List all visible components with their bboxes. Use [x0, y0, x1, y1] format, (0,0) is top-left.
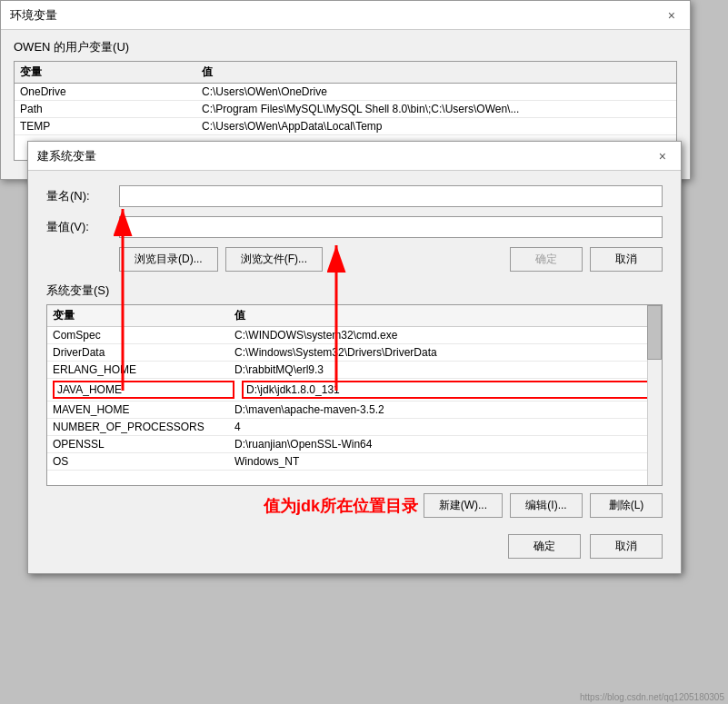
val-cell: C:\Windows\System32\Drivers\DriverData	[234, 346, 656, 359]
env-window-title: 环境变量	[10, 7, 57, 24]
var-cell: ComSpec	[53, 329, 234, 342]
sys-section-label: 系统变量(S)	[46, 283, 663, 299]
sys-header-var: 变量	[53, 308, 234, 323]
name-label: 量名(N):	[46, 188, 119, 204]
val-cell: Windows_NT	[234, 455, 656, 468]
java-home-var-cell: JAVA_HOME	[53, 381, 234, 399]
sys-var-dialog-close[interactable]: ×	[653, 147, 672, 165]
value-field-row: 量值(V):	[46, 216, 663, 238]
val-cell: D:\rabbitMQ\erl9.3	[234, 363, 656, 376]
final-cancel-button[interactable]: 取消	[590, 534, 663, 559]
table-row[interactable]: ERLANG_HOME D:\rabbitMQ\erl9.3	[47, 362, 662, 379]
user-section-label: OWEN 的用户变量(U)	[14, 39, 677, 55]
env-window-close[interactable]: ×	[663, 6, 681, 25]
sys-table-header: 变量 值	[47, 305, 662, 327]
scrollbar[interactable]	[647, 305, 662, 485]
watermark: https://blog.csdn.net/qq1205180305	[580, 692, 724, 702]
final-confirm-button[interactable]: 确定	[508, 534, 581, 559]
sys-var-dialog-content: 量名(N): 量值(V): 浏览目录(D)... 浏览文件(F)... 确定 取…	[28, 171, 681, 573]
var-cell: OPENSSL	[53, 438, 234, 451]
table-row[interactable]: OPENSSL D:\ruanjian\OpenSSL-Win64	[47, 436, 662, 453]
sys-table-body: ComSpec C:\WINDOWS\system32\cmd.exe Driv…	[47, 327, 662, 485]
var-cell: MAVEN_HOME	[53, 403, 234, 416]
delete-button[interactable]: 删除(L)	[590, 493, 663, 518]
env-window-titlebar: 环境变量 ×	[1, 1, 690, 30]
java-home-val-cell: D:\jdk\jdk1.8.0_131	[242, 381, 656, 399]
val-cell: C:\Users\OWen\AppData\Local\Temp	[202, 120, 671, 133]
new-button[interactable]: 新建(W)...	[424, 493, 503, 518]
java-home-row[interactable]: JAVA_HOME D:\jdk\jdk1.8.0_131	[47, 379, 662, 402]
final-buttons: 确定 取消	[46, 527, 663, 562]
table-row[interactable]: NUMBER_OF_PROCESSORS 4	[47, 419, 662, 436]
sys-table-action-buttons: 新建(W)... 编辑(I)... 删除(L)	[46, 493, 663, 518]
var-cell: OneDrive	[20, 85, 202, 98]
table-row[interactable]: OS Windows_NT	[47, 453, 662, 471]
value-input[interactable]	[119, 216, 663, 238]
user-header-val: 值	[202, 64, 671, 80]
value-label: 量值(V):	[46, 219, 119, 235]
var-cell: NUMBER_OF_PROCESSORS	[53, 421, 234, 433]
name-input[interactable]	[119, 185, 663, 207]
var-cell: Path	[20, 103, 202, 115]
table-row[interactable]: DriverData C:\Windows\System32\Drivers\D…	[47, 344, 662, 362]
table-row[interactable]: OneDrive C:\Users\OWen\OneDrive	[15, 84, 676, 101]
sys-vars-table: 变量 值 ComSpec C:\WINDOWS\system32\cmd.exe…	[46, 304, 663, 486]
name-field-row: 量名(N):	[46, 185, 663, 207]
val-cell: C:\Program Files\MySQL\MySQL Shell 8.0\b…	[202, 103, 671, 115]
sys-var-dialog: 建系统变量 × 量名(N): 量值(V): 浏览目录(D)... 浏览文件(F)…	[27, 141, 682, 574]
table-row[interactable]: TEMP C:\Users\OWen\AppData\Local\Temp	[15, 118, 676, 135]
sys-var-dialog-titlebar: 建系统变量 ×	[28, 142, 681, 171]
val-cell: C:\Users\OWen\OneDrive	[202, 85, 671, 98]
sys-header-val: 值	[234, 308, 656, 323]
browse-dir-button[interactable]: 浏览目录(D)...	[119, 247, 218, 272]
var-cell: DriverData	[53, 346, 234, 359]
val-cell: 4	[234, 421, 656, 433]
confirm-button[interactable]: 确定	[510, 247, 583, 272]
val-cell: C:\WINDOWS\system32\cmd.exe	[234, 329, 656, 342]
table-row[interactable]: Path C:\Program Files\MySQL\MySQL Shell …	[15, 101, 676, 118]
var-cell: TEMP	[20, 120, 202, 133]
user-header-var: 变量	[20, 64, 202, 80]
user-table-header: 变量 值	[15, 62, 676, 84]
table-row[interactable]: ComSpec C:\WINDOWS\system32\cmd.exe	[47, 327, 662, 344]
table-row[interactable]: MAVEN_HOME D:\maven\apache-maven-3.5.2	[47, 402, 662, 419]
var-cell: ERLANG_HOME	[53, 363, 234, 376]
var-cell: OS	[53, 455, 234, 468]
browse-file-button[interactable]: 浏览文件(F)...	[225, 247, 323, 272]
val-cell: D:\ruanjian\OpenSSL-Win64	[234, 438, 656, 451]
sys-var-dialog-title: 建系统变量	[37, 148, 96, 164]
scrollbar-thumb[interactable]	[647, 305, 662, 360]
val-cell: D:\maven\apache-maven-3.5.2	[234, 403, 656, 416]
cancel-button[interactable]: 取消	[590, 247, 663, 272]
edit-button[interactable]: 编辑(I)...	[510, 493, 583, 518]
dialog-action-buttons: 浏览目录(D)... 浏览文件(F)... 确定 取消	[119, 247, 663, 272]
